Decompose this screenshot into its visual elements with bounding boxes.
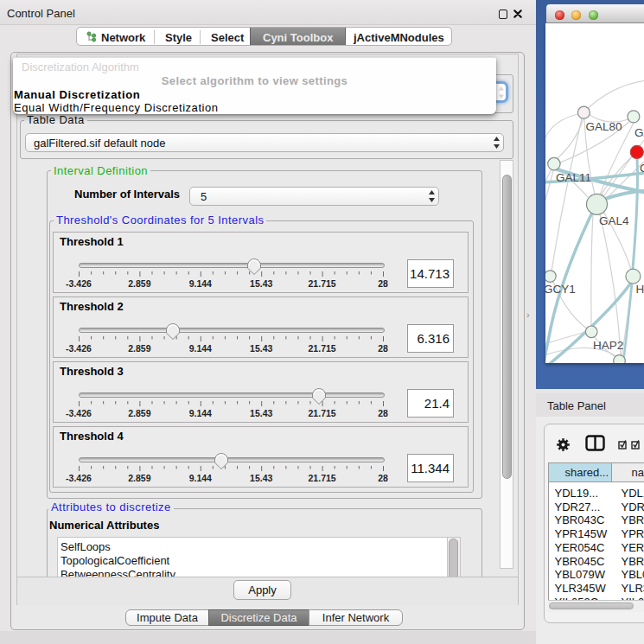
svg-text:GAL80: GAL80 <box>586 120 622 133</box>
svg-text:HAP2: HAP2 <box>593 339 623 352</box>
svg-text:GCY1: GCY1 <box>545 283 576 296</box>
svg-text:GAL4: GAL4 <box>599 214 629 227</box>
svg-text:GA: GA <box>634 126 644 139</box>
svg-text:GAL11: GAL11 <box>556 171 591 184</box>
svg-text:HA: HA <box>636 283 644 296</box>
svg-text:CA: CA <box>640 162 644 175</box>
